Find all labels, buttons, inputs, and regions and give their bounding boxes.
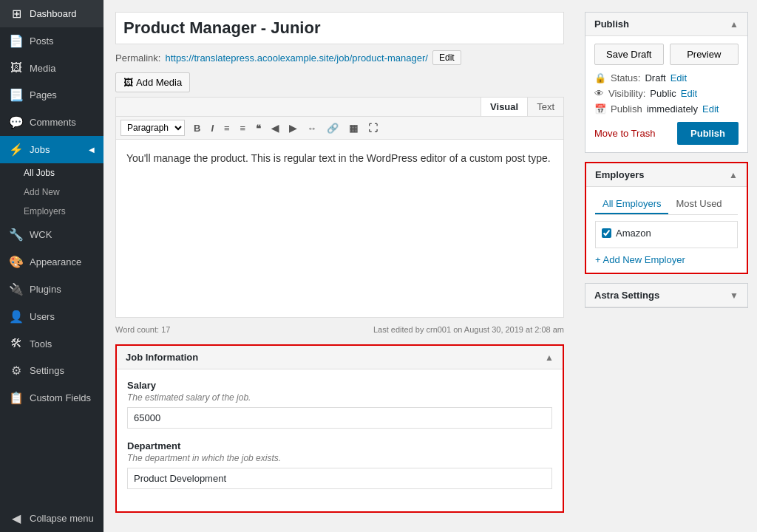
publish-footer: Move to Trash Publish [594,122,739,145]
editor-toolbar: Paragraph B I ≡ ≡ ❝ ◀ ▶ ↔ 🔗 ▦ ⛶ [116,117,563,140]
publish-actions: Save Draft Preview [594,44,739,65]
publish-panel-body: Save Draft Preview 🔒 Status: Draft Edit … [585,36,747,152]
job-info-title: Job Information [126,352,198,363]
collapse-arrow-icon: ◀ [89,146,95,154]
sidebar-item-label: Plugins [30,284,61,295]
add-new-employer-link[interactable]: + Add New Employer [595,254,685,265]
job-info-body: Salary The estimated salary of the job. … [117,369,563,511]
preview-button[interactable]: Preview [670,44,739,65]
align-left-button[interactable]: ◀ [267,120,283,136]
ol-button[interactable]: ≡ [236,120,251,136]
status-row: 🔒 Status: Draft Edit [594,72,739,83]
department-input[interactable] [127,468,552,489]
publish-time-edit-link[interactable]: Edit [702,103,719,115]
post-title-input[interactable] [115,12,564,44]
sidebar-item-jobs[interactable]: ⚡ Jobs ◀ [0,136,103,163]
editor-content[interactable]: You'll manage the product. This is regul… [116,140,563,317]
status-edit-link[interactable]: Edit [671,72,687,83]
italic-button[interactable]: I [206,120,218,136]
astra-settings-header[interactable]: Astra Settings ▼ [585,284,747,307]
employer-list: Amazon [595,221,738,248]
align-right-button[interactable]: ↔ [302,120,321,136]
blockquote-button[interactable]: ❝ [251,120,265,136]
plugins-icon: 🔌 [9,282,24,296]
sidebar-sub-all-jobs[interactable]: All Jobs [0,163,103,183]
department-label: Department [127,440,552,451]
sidebar-item-media[interactable]: 🖼 Media [0,55,103,81]
save-draft-button[interactable]: Save Draft [594,44,664,65]
jobs-icon: ⚡ [9,143,24,157]
visibility-value: Public [650,88,676,99]
sidebar-item-users[interactable]: 👤 Users [0,303,103,330]
permalink-edit-button[interactable]: Edit [432,50,461,65]
sidebar-item-settings[interactable]: ⚙ Settings [0,357,103,384]
posts-icon: 📄 [9,34,24,48]
sidebar-item-tools[interactable]: 🛠 Tools [0,330,103,357]
publish-time-label: Publish [611,103,642,115]
sidebar-sub-employers[interactable]: Employers [0,202,103,221]
tools-icon: 🛠 [9,337,24,350]
table-button[interactable]: ▦ [344,120,362,136]
sub-item-label: Employers [24,206,66,216]
sidebar-item-plugins[interactable]: 🔌 Plugins [0,276,103,303]
custom-fields-icon: 📋 [9,391,24,405]
sidebar-item-label: Dashboard [30,8,77,19]
sidebar-item-label: Posts [30,35,54,47]
sidebar-item-custom-fields[interactable]: 📋 Custom Fields [0,384,103,412]
salary-field-group: Salary The estimated salary of the job. [127,380,552,429]
astra-collapse-icon: ▼ [730,290,739,301]
tab-most-used[interactable]: Most Used [668,194,729,214]
sidebar-item-label: Pages [30,89,57,100]
tab-all-employers[interactable]: All Employers [595,194,668,214]
employers-panel-header[interactable]: Employers ▲ [586,163,747,187]
sidebar-item-wck[interactable]: 🔧 WCK [0,221,103,248]
visibility-label: Visibility: [608,88,645,99]
comments-icon: 💬 [9,115,24,129]
employer-checkbox-amazon[interactable] [602,228,611,238]
department-description: The department in which the job exists. [127,453,552,463]
salary-input[interactable] [127,407,552,429]
employer-item-amazon[interactable]: Amazon [602,228,731,239]
visibility-edit-link[interactable]: Edit [681,88,697,99]
move-to-trash-link[interactable]: Move to Trash [594,128,655,139]
sidebar-sub-add-new[interactable]: Add New [0,183,103,202]
sidebar-item-posts[interactable]: 📄 Posts [0,27,103,55]
users-icon: 👤 [9,310,24,324]
publish-button[interactable]: Publish [677,122,739,145]
link-button[interactable]: 🔗 [322,120,343,136]
paragraph-select[interactable]: Paragraph [120,120,185,136]
sidebar-item-pages[interactable]: 📃 Pages [0,81,103,109]
media-icon: 🖼 [9,61,24,75]
employers-tabs: All Employers Most Used [595,194,738,215]
collapse-icon: ◀ [9,511,24,525]
sidebar-item-collapse[interactable]: ◀ Collapse menu [0,505,103,532]
employers-panel: Employers ▲ All Employers Most Used Amaz… [585,162,748,274]
content-area: Permalink: https://translatepress.acoole… [103,0,757,532]
fullscreen-button[interactable]: ⛶ [364,120,382,136]
pages-icon: 📃 [9,88,24,102]
salary-description: The estimated salary of the job. [127,392,552,403]
settings-icon: ⚙ [9,364,24,378]
job-info-header[interactable]: Job Information ▲ [117,346,563,369]
bold-button[interactable]: B [189,120,205,136]
employer-label: Amazon [616,228,651,239]
sidebar-item-appearance[interactable]: 🎨 Appearance [0,248,103,276]
employers-collapse-icon: ▲ [729,170,738,180]
permalink-row: Permalink: https://translatepress.acoole… [115,50,564,65]
permalink-link[interactable]: https://translatepress.acoolexample.site… [165,52,428,64]
publish-panel-header[interactable]: Publish ▲ [585,13,747,36]
sidebar-item-label: Collapse menu [30,513,94,524]
publish-panel: Publish ▲ Save Draft Preview 🔒 Status: D… [585,12,748,153]
ul-button[interactable]: ≡ [220,120,234,136]
job-info-collapse-icon: ▲ [545,352,554,363]
word-count: Word count: 17 [115,325,170,334]
tab-visual[interactable]: Visual [481,98,527,116]
sidebar-item-comments[interactable]: 💬 Comments [0,109,103,136]
add-media-button[interactable]: 🖼 Add Media [115,72,190,92]
editor-tabs: Visual Text [116,98,563,117]
permalink-label: Permalink: [115,52,160,64]
tab-text[interactable]: Text [527,98,563,116]
align-center-button[interactable]: ▶ [285,120,301,136]
publish-time-value: immediately [647,103,698,115]
sidebar-item-dashboard[interactable]: ⊞ Dashboard [0,0,103,27]
